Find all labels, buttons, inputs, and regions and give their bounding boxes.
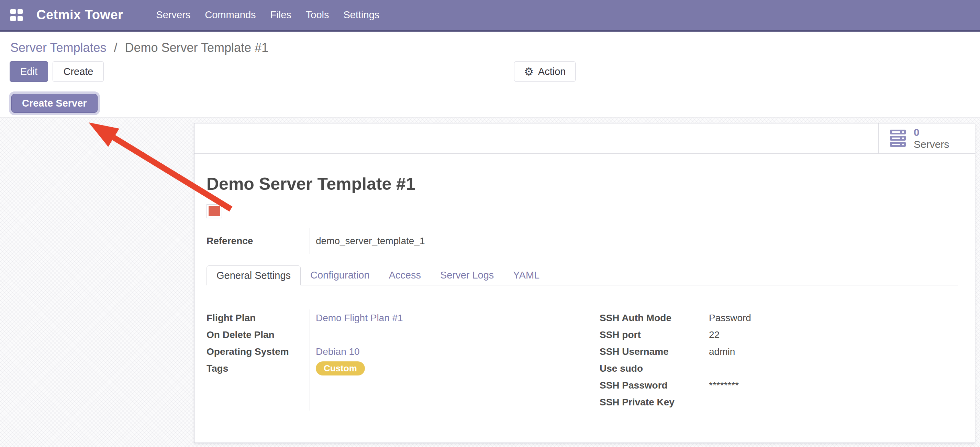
form-background: 0 Servers Demo Server Template #1 Refere…: [0, 117, 980, 447]
field-label-use-sudo: Use sudo: [600, 360, 703, 377]
left-field-values: Demo Flight Plan #1 Debian 10 Custom: [310, 310, 565, 410]
field-label-ssh-private-key: SSH Private Key: [600, 394, 703, 410]
field-value-ssh-port: 22: [709, 329, 719, 340]
apps-grid-square: [18, 9, 23, 14]
tab-access[interactable]: Access: [379, 265, 431, 285]
control-panel: Server Templates / Demo Server Template …: [0, 32, 980, 91]
menu-tools[interactable]: Tools: [299, 0, 336, 30]
servers-stat-button[interactable]: 0 Servers: [878, 123, 975, 153]
form-sheet: Demo Server Template #1 Reference demo_s…: [194, 154, 975, 410]
toolbar-row: Edit Create ⚙ Action: [0, 61, 980, 91]
action-button-label: Action: [538, 66, 566, 77]
menu-commands[interactable]: Commands: [197, 0, 263, 30]
action-button[interactable]: ⚙ Action: [514, 61, 576, 82]
servers-stat-text: 0 Servers: [914, 126, 949, 150]
stat-button-row: 0 Servers: [194, 123, 975, 154]
menu-files[interactable]: Files: [263, 0, 299, 30]
field-label-ssh-username: SSH Username: [600, 343, 703, 360]
apps-grid-square: [10, 16, 16, 21]
tag-badge: Custom: [316, 361, 365, 375]
breadcrumb-parent-link[interactable]: Server Templates: [10, 41, 106, 55]
top-navbar: Cetmix Tower Servers Commands Files Tool…: [0, 0, 980, 32]
tab-server-logs[interactable]: Server Logs: [431, 265, 503, 285]
field-value-flight-plan[interactable]: Demo Flight Plan #1: [316, 313, 403, 324]
create-button[interactable]: Create: [52, 61, 104, 82]
gear-icon: ⚙: [524, 65, 534, 78]
tab-yaml[interactable]: YAML: [503, 265, 549, 285]
field-label-flight-plan: Flight Plan: [207, 310, 310, 326]
left-field-labels: Flight Plan On Delete Plan Operating Sys…: [207, 310, 310, 410]
breadcrumb-separator: /: [114, 41, 117, 55]
create-server-row: Create Server: [0, 91, 980, 117]
notebook-tabs: General Settings Configuration Access Se…: [207, 264, 958, 286]
form-card: 0 Servers Demo Server Template #1 Refere…: [194, 123, 975, 443]
field-label-ssh-auth-mode: SSH Auth Mode: [600, 310, 703, 326]
field-value-ssh-password: ********: [709, 380, 739, 391]
field-label-tags: Tags: [207, 360, 310, 377]
apps-grid-icon[interactable]: [10, 9, 23, 21]
color-swatch: [207, 204, 222, 218]
field-label-ssh-password: SSH Password: [600, 377, 703, 394]
apps-grid-square: [18, 16, 23, 21]
right-field-group: SSH Auth Mode SSH port SSH Username Use …: [600, 310, 958, 410]
menu-servers[interactable]: Servers: [149, 0, 197, 30]
app-window: Cetmix Tower Servers Commands Files Tool…: [0, 0, 980, 447]
edit-button[interactable]: Edit: [10, 61, 48, 82]
field-label-on-delete-plan: On Delete Plan: [207, 326, 310, 343]
brand-title[interactable]: Cetmix Tower: [37, 8, 123, 22]
field-value-ssh-username: admin: [709, 346, 735, 357]
field-label-ssh-port: SSH port: [600, 326, 703, 343]
tab-general-settings[interactable]: General Settings: [207, 265, 301, 286]
left-field-group: Flight Plan On Delete Plan Operating Sys…: [207, 310, 565, 410]
reference-row: Reference demo_server_template_1: [207, 228, 958, 254]
right-field-labels: SSH Auth Mode SSH port SSH Username Use …: [600, 310, 703, 410]
reference-value: demo_server_template_1: [310, 228, 958, 254]
servers-label: Servers: [914, 139, 949, 151]
right-field-values: Password 22 admin ********: [703, 310, 958, 410]
reference-label: Reference: [207, 228, 310, 254]
apps-grid-square: [10, 9, 16, 14]
record-title: Demo Server Template #1: [207, 174, 958, 193]
menu-settings[interactable]: Settings: [336, 0, 387, 30]
create-server-button[interactable]: Create Server: [11, 94, 98, 113]
tab-configuration[interactable]: Configuration: [301, 265, 379, 285]
breadcrumb-current: Demo Server Template #1: [125, 41, 269, 55]
field-value-ssh-auth-mode: Password: [709, 313, 751, 324]
field-groups: Flight Plan On Delete Plan Operating Sys…: [207, 310, 958, 410]
breadcrumb: Server Templates / Demo Server Template …: [0, 32, 980, 55]
servers-stack-icon: [889, 129, 906, 148]
field-value-operating-system[interactable]: Debian 10: [316, 346, 360, 357]
field-label-operating-system: Operating System: [207, 343, 310, 360]
main-menu: Servers Commands Files Tools Settings: [149, 0, 387, 30]
servers-count: 0: [914, 126, 949, 139]
